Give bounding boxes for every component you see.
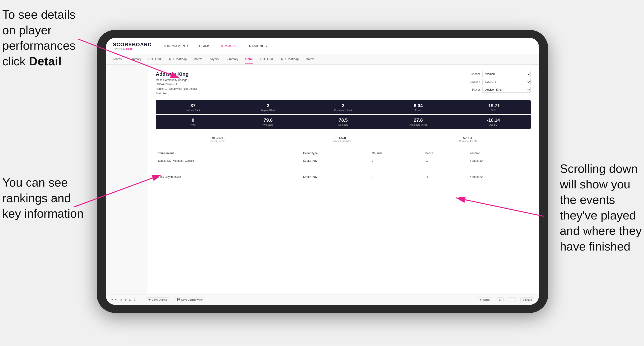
tablet-screen: SCOREBOARD Powered by clippd TOURNAMENTS… <box>106 38 539 305</box>
left-panel <box>106 65 148 294</box>
record-top50: 5-11-1 Record vs top 50 <box>459 136 476 142</box>
tab-summary[interactable]: Summary <box>128 54 142 64</box>
nav-rankings[interactable]: RANKINGS <box>249 44 267 48</box>
col-score: Score <box>423 150 467 157</box>
tab-detail[interactable]: Detail <box>245 54 253 64</box>
cell-rounds-1: 2 <box>370 157 423 165</box>
stats-grid-row1: 37 National Rank 3 Regional Rank 3 Confe… <box>156 100 531 114</box>
tab-matrix2[interactable]: Matrix <box>306 54 314 64</box>
annotation-right: Scrolling down will show you the events … <box>560 161 642 254</box>
stat-regional-rank: 3 Regional Rank <box>231 100 306 114</box>
cell-event-type-1: Stroke Play <box>301 157 370 165</box>
player-header: Addison King Mesa Community College NJCA… <box>156 71 531 96</box>
cell-position-3: 7 out of 20 <box>467 173 531 181</box>
view-icon: 👁 <box>148 298 151 301</box>
gender-select[interactable]: Women Men <box>482 71 531 77</box>
stat-value-sos: -19.71 <box>458 103 529 108</box>
save-custom-view-button[interactable]: 💾 Save Custom View <box>174 297 205 302</box>
view-original-button[interactable]: 👁 View: Original <box>146 298 170 302</box>
table-row[interactable]: Lady Coyote Invite Stroke Play 2 16 7 ou… <box>156 173 531 181</box>
player-select[interactable]: Addison King <box>482 87 531 93</box>
stat-label-avg-sg: Avg SG <box>458 124 529 126</box>
record-value-overall: 91-20-1 <box>210 136 225 140</box>
gender-control: Gender Women Men <box>466 71 531 77</box>
cell-tournament-3: Lady Coyote Invite <box>156 173 301 181</box>
zoom-icon[interactable]: ⊕ <box>124 298 127 301</box>
stat-label-wins: Wins <box>158 124 228 126</box>
stat-value-national-rank: 37 <box>158 103 228 108</box>
bottom-toolbar: ↩ ↪ ⟳ ⊕ ⊟ ⏱ 👁 View: Original 💾 Save Cust… <box>106 294 539 305</box>
share-button[interactable]: ⤴ Share <box>520 298 534 302</box>
stat-avg-sg: -10.14 Avg SG <box>456 115 531 129</box>
col-tournament: Tournament <box>156 150 301 157</box>
refresh-icon[interactable]: ⟳ <box>120 298 122 301</box>
tab-h2h-heatmap[interactable]: H2H Heatmap <box>168 54 186 64</box>
division-select[interactable]: NJCAA I NJCAA II <box>482 79 531 85</box>
watch-icon: ⊕ <box>480 298 482 301</box>
settings-icon[interactable]: ⊟ <box>129 298 131 301</box>
table-row[interactable] <box>156 165 531 173</box>
table-header-row: Tournament Event Type Rounds Score Posit… <box>156 150 531 157</box>
stat-value-regional-rank: 3 <box>233 103 304 108</box>
top-nav-menu: TOURNAMENTS TEAMS COMMITTEE RANKINGS <box>163 44 267 48</box>
tab-h2h-heatmap2[interactable]: H2H Heatmap <box>280 54 298 64</box>
undo-icon[interactable]: ↩ <box>110 298 113 301</box>
nav-teams[interactable]: TEAMS <box>198 44 210 48</box>
stat-points: 6.04 Points <box>381 100 456 114</box>
cell-score-3: 16 <box>423 173 467 181</box>
stat-label-conference-rank: Conference Rank <box>308 109 379 112</box>
stat-avg-score-par: 27.8 Avg Score to Par <box>381 115 456 129</box>
record-label-top50: Record vs top 50 <box>459 140 476 142</box>
watch-button[interactable]: ⊕ Watch <box>477 297 492 302</box>
tab-players[interactable]: Players <box>209 54 218 64</box>
screen-button[interactable]: □ <box>497 298 504 302</box>
toolbar-history-group: ↩ ↪ ⟳ ⊕ ⊟ ⏱ <box>110 298 136 301</box>
player-division: NJCAA Division 1 <box>156 82 197 87</box>
save-icon: 💾 <box>177 298 180 301</box>
tab-h2h-grid2[interactable]: H2H Grid <box>260 54 273 64</box>
nav-committee[interactable]: COMMITTEE <box>220 44 240 48</box>
annotation-top-left: To see details on player performances cl… <box>2 7 90 69</box>
logo-scoreboard: SCOREBOARD <box>113 42 152 48</box>
redo-icon[interactable]: ↪ <box>115 298 118 301</box>
tablet-device: SCOREBOARD Powered by clippd TOURNAMENTS… <box>97 30 548 313</box>
stats-grid-row2: 0 Wins 79.6 Avg Score 78.5 Adj Score 27.… <box>156 115 531 129</box>
expand-button[interactable]: ⛶ <box>508 298 516 302</box>
record-value-top50: 5-11-1 <box>459 136 476 140</box>
tab-teams[interactable]: Teams <box>113 54 122 64</box>
col-position: Position <box>467 150 531 157</box>
division-label: Division <box>466 80 480 84</box>
share-icon: ⤴ <box>523 298 524 301</box>
logo-powered: Powered by clippd <box>113 48 152 50</box>
division-control: Division NJCAA I NJCAA II <box>466 79 531 85</box>
player-school: Mesa Community College <box>156 78 197 82</box>
top-navigation: SCOREBOARD Powered by clippd TOURNAMENTS… <box>106 38 539 54</box>
stat-value-conference-rank: 3 <box>308 103 379 108</box>
stat-label-adj-score: Adj Score <box>308 124 379 126</box>
record-label-overall: Overall Record <box>210 140 225 142</box>
record-value-top25: 1-5-0 <box>334 136 351 140</box>
player-name: Addison King <box>156 71 197 77</box>
stat-sos: -19.71 SoS <box>456 100 531 114</box>
stat-value-points: 6.04 <box>383 103 454 108</box>
tab-h2h-grid[interactable]: H2H Grid <box>148 54 161 64</box>
table-row[interactable]: Estella CC- Mountain Classic Stroke Play… <box>156 157 531 165</box>
clock-icon[interactable]: ⏱ <box>134 298 136 301</box>
tab-matrix[interactable]: Matrix <box>194 54 202 64</box>
cell-event-type-3: Stroke Play <box>301 173 370 181</box>
stat-value-wins: 0 <box>158 118 228 123</box>
tournament-table: Tournament Event Type Rounds Score Posit… <box>156 150 531 181</box>
cell-tournament-1: Estella CC- Mountain Classic <box>156 157 301 165</box>
stat-label-sos: SoS <box>458 109 529 112</box>
player-control: Player Addison King <box>466 87 531 93</box>
cell-tournament-2 <box>156 165 301 173</box>
player-region: Region 1 - Southwest (18) District <box>156 87 197 91</box>
cell-score-1: 17 <box>423 157 467 165</box>
main-content: Addison King Mesa Community College NJCA… <box>106 65 539 294</box>
logo-area: SCOREBOARD Powered by clippd <box>113 42 152 50</box>
nav-tournaments[interactable]: TOURNAMENTS <box>163 44 189 48</box>
stat-national-rank: 37 National Rank <box>156 100 230 114</box>
tab-summary2[interactable]: Summary <box>226 54 238 64</box>
player-year: First Year <box>156 91 197 96</box>
records-row: 91-20-1 Overall Record 1-5-0 Record vs t… <box>156 133 531 145</box>
